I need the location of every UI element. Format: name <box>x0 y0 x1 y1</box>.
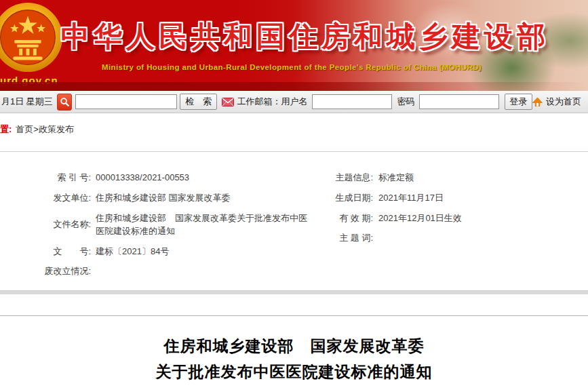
meta-row-index-number: 索 引 号: 000013338/2021-00553 <box>38 171 324 184</box>
toolbar: 月1日 星期三 检 索 工作邮箱：用户名 密码 登录 设为首页 <box>0 91 588 113</box>
document-metadata: 索 引 号: 000013338/2021-00553 发文单位: 住房和城乡建… <box>0 152 588 290</box>
login-button[interactable]: 登录 <box>505 94 532 110</box>
date-text: 月1日 星期三 <box>1 96 53 108</box>
metadata-left-column: 索 引 号: 000013338/2021-00553 发文单位: 住房和城乡建… <box>0 171 324 290</box>
search-icon-button[interactable] <box>57 94 73 111</box>
repeal-status-label: 废改立情况: <box>38 265 91 277</box>
breadcrumb-prefix: 置: <box>0 124 12 134</box>
username-field[interactable] <box>312 94 392 109</box>
retrieve-button[interactable]: 检 索 <box>180 94 216 110</box>
index-number-value: 000013338/2021-00553 <box>96 171 189 184</box>
site-banner: urd.gov.cn 中华人民共和国住房和城乡建设部 Ministry of H… <box>0 0 588 91</box>
meta-row-issuing-unit: 发文单位: 住房和城乡建设部 国家发展改革委 <box>38 191 324 204</box>
home-icon <box>532 97 543 107</box>
work-mail-label: 工作邮箱：用户名 <box>237 96 308 108</box>
set-homepage-label: 设为首页 <box>546 96 581 108</box>
meta-row-repeal-status: 废改立情况: <box>38 265 324 277</box>
index-number-label: 索 引 号: <box>38 172 91 184</box>
meta-row-topic-info: 主题信息: 标准定额 <box>324 171 588 184</box>
keywords-label: 主 题 词: <box>324 232 373 244</box>
mail-envelope-icon[interactable] <box>222 98 234 106</box>
password-field[interactable] <box>419 94 499 109</box>
topic-info-label: 主题信息: <box>324 172 373 184</box>
ministry-title: 中华人民共和国住房和城乡建设部 <box>61 18 549 56</box>
issuing-unit-label: 发文单位: <box>38 192 91 204</box>
empty-strip <box>0 294 588 316</box>
search-input[interactable] <box>75 94 177 109</box>
document-number-label: 文 号: <box>38 246 91 258</box>
generation-date-value: 2021年11月17日 <box>378 191 444 204</box>
site-url-text: urd.gov.cn <box>0 75 58 86</box>
meta-row-generation-date: 生成日期: 2021年11月17日 <box>324 191 588 204</box>
document-title-line2: 关于批准发布中医医院建设标准的通知 <box>0 359 588 385</box>
breadcrumb: 置:首页>政策发布 <box>0 113 588 152</box>
meta-row-document-number: 文 号: 建标〔2021〕84号 <box>38 245 324 258</box>
topic-info-value: 标准定额 <box>378 171 414 184</box>
document-title-line1: 住房和城乡建设部 国家发展改革委 <box>0 333 588 359</box>
document-name-value: 住房和城乡建设部 国家发展改革委关于批准发布中医医院建设标准的通知 <box>96 212 311 237</box>
breadcrumb-path[interactable]: 首页>政策发布 <box>16 124 74 134</box>
meta-row-validity: 有 效 期: 2021年12月01日生效 <box>324 212 588 224</box>
document-number-value: 建标〔2021〕84号 <box>96 245 169 258</box>
validity-label: 有 效 期: <box>324 212 373 224</box>
password-label: 密码 <box>397 96 415 108</box>
validity-value: 2021年12月01日生效 <box>378 212 462 224</box>
set-homepage-link[interactable]: 设为首页 <box>532 96 581 108</box>
metadata-right-column: 主题信息: 标准定额 生成日期: 2021年11月17日 有 效 期: 2021… <box>324 171 588 290</box>
magnifier-icon <box>60 97 70 107</box>
ministry-subtitle-english: Ministry of Housing and Urban-Rural Deve… <box>102 63 482 71</box>
generation-date-label: 生成日期: <box>324 192 373 204</box>
meta-row-document-name: 文件名称: 住房和城乡建设部 国家发展改革委关于批准发布中医医院建设标准的通知 <box>38 212 324 237</box>
issuing-unit-value: 住房和城乡建设部 国家发展改革委 <box>96 191 231 204</box>
meta-row-keywords: 主 题 词: <box>324 232 588 244</box>
document-name-label: 文件名称: <box>38 218 91 231</box>
document-title-section: 住房和城乡建设部 国家发展改革委 关于批准发布中医医院建设标准的通知 <box>0 316 588 391</box>
